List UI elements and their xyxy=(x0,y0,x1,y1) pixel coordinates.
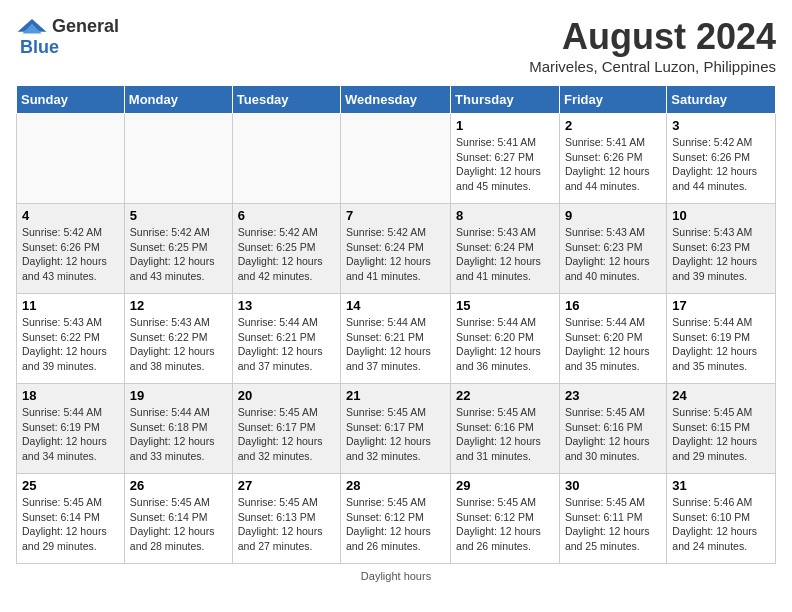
day-number: 8 xyxy=(456,208,554,223)
day-number: 31 xyxy=(672,478,770,493)
calendar-cell: 24Sunrise: 5:45 AM Sunset: 6:15 PM Dayli… xyxy=(667,384,776,474)
day-number: 22 xyxy=(456,388,554,403)
day-number: 23 xyxy=(565,388,661,403)
calendar-cell: 21Sunrise: 5:45 AM Sunset: 6:17 PM Dayli… xyxy=(341,384,451,474)
calendar-cell: 29Sunrise: 5:45 AM Sunset: 6:12 PM Dayli… xyxy=(451,474,560,564)
logo-icon xyxy=(16,17,48,37)
header: General Blue August 2024 Mariveles, Cent… xyxy=(16,16,776,75)
calendar-cell: 11Sunrise: 5:43 AM Sunset: 6:22 PM Dayli… xyxy=(17,294,125,384)
day-number: 5 xyxy=(130,208,227,223)
day-number: 6 xyxy=(238,208,335,223)
day-info: Sunrise: 5:44 AM Sunset: 6:21 PM Dayligh… xyxy=(346,315,445,374)
day-info: Sunrise: 5:45 AM Sunset: 6:14 PM Dayligh… xyxy=(22,495,119,554)
day-number: 10 xyxy=(672,208,770,223)
day-info: Sunrise: 5:44 AM Sunset: 6:18 PM Dayligh… xyxy=(130,405,227,464)
week-row-4: 18Sunrise: 5:44 AM Sunset: 6:19 PM Dayli… xyxy=(17,384,776,474)
day-header-sunday: Sunday xyxy=(17,86,125,114)
day-number: 14 xyxy=(346,298,445,313)
day-number: 15 xyxy=(456,298,554,313)
day-info: Sunrise: 5:45 AM Sunset: 6:13 PM Dayligh… xyxy=(238,495,335,554)
day-number: 27 xyxy=(238,478,335,493)
day-number: 21 xyxy=(346,388,445,403)
calendar-cell: 27Sunrise: 5:45 AM Sunset: 6:13 PM Dayli… xyxy=(232,474,340,564)
calendar-cell: 22Sunrise: 5:45 AM Sunset: 6:16 PM Dayli… xyxy=(451,384,560,474)
calendar-cell: 31Sunrise: 5:46 AM Sunset: 6:10 PM Dayli… xyxy=(667,474,776,564)
logo-text-general: General xyxy=(52,16,119,37)
calendar-cell xyxy=(232,114,340,204)
calendar-cell xyxy=(17,114,125,204)
day-number: 2 xyxy=(565,118,661,133)
day-info: Sunrise: 5:44 AM Sunset: 6:20 PM Dayligh… xyxy=(456,315,554,374)
page-title: August 2024 xyxy=(529,16,776,58)
day-number: 29 xyxy=(456,478,554,493)
day-info: Sunrise: 5:43 AM Sunset: 6:23 PM Dayligh… xyxy=(565,225,661,284)
calendar-cell: 30Sunrise: 5:45 AM Sunset: 6:11 PM Dayli… xyxy=(559,474,666,564)
calendar-cell: 6Sunrise: 5:42 AM Sunset: 6:25 PM Daylig… xyxy=(232,204,340,294)
week-row-3: 11Sunrise: 5:43 AM Sunset: 6:22 PM Dayli… xyxy=(17,294,776,384)
calendar-cell: 18Sunrise: 5:44 AM Sunset: 6:19 PM Dayli… xyxy=(17,384,125,474)
day-number: 7 xyxy=(346,208,445,223)
footer-note: Daylight hours xyxy=(16,570,776,582)
day-number: 16 xyxy=(565,298,661,313)
day-number: 18 xyxy=(22,388,119,403)
calendar-cell: 20Sunrise: 5:45 AM Sunset: 6:17 PM Dayli… xyxy=(232,384,340,474)
day-number: 17 xyxy=(672,298,770,313)
day-number: 1 xyxy=(456,118,554,133)
day-number: 30 xyxy=(565,478,661,493)
calendar-cell: 17Sunrise: 5:44 AM Sunset: 6:19 PM Dayli… xyxy=(667,294,776,384)
day-info: Sunrise: 5:44 AM Sunset: 6:20 PM Dayligh… xyxy=(565,315,661,374)
header-row: SundayMondayTuesdayWednesdayThursdayFrid… xyxy=(17,86,776,114)
day-number: 26 xyxy=(130,478,227,493)
calendar-cell: 9Sunrise: 5:43 AM Sunset: 6:23 PM Daylig… xyxy=(559,204,666,294)
day-info: Sunrise: 5:43 AM Sunset: 6:23 PM Dayligh… xyxy=(672,225,770,284)
day-number: 9 xyxy=(565,208,661,223)
calendar-cell: 10Sunrise: 5:43 AM Sunset: 6:23 PM Dayli… xyxy=(667,204,776,294)
day-number: 4 xyxy=(22,208,119,223)
day-info: Sunrise: 5:46 AM Sunset: 6:10 PM Dayligh… xyxy=(672,495,770,554)
day-number: 13 xyxy=(238,298,335,313)
calendar-table: SundayMondayTuesdayWednesdayThursdayFrid… xyxy=(16,85,776,564)
calendar-cell: 14Sunrise: 5:44 AM Sunset: 6:21 PM Dayli… xyxy=(341,294,451,384)
day-info: Sunrise: 5:45 AM Sunset: 6:15 PM Dayligh… xyxy=(672,405,770,464)
day-number: 3 xyxy=(672,118,770,133)
day-header-wednesday: Wednesday xyxy=(341,86,451,114)
day-info: Sunrise: 5:45 AM Sunset: 6:14 PM Dayligh… xyxy=(130,495,227,554)
week-row-5: 25Sunrise: 5:45 AM Sunset: 6:14 PM Dayli… xyxy=(17,474,776,564)
calendar-cell: 23Sunrise: 5:45 AM Sunset: 6:16 PM Dayli… xyxy=(559,384,666,474)
day-info: Sunrise: 5:43 AM Sunset: 6:24 PM Dayligh… xyxy=(456,225,554,284)
day-info: Sunrise: 5:45 AM Sunset: 6:12 PM Dayligh… xyxy=(456,495,554,554)
day-info: Sunrise: 5:44 AM Sunset: 6:19 PM Dayligh… xyxy=(672,315,770,374)
day-number: 19 xyxy=(130,388,227,403)
calendar-cell: 13Sunrise: 5:44 AM Sunset: 6:21 PM Dayli… xyxy=(232,294,340,384)
day-header-saturday: Saturday xyxy=(667,86,776,114)
day-info: Sunrise: 5:45 AM Sunset: 6:17 PM Dayligh… xyxy=(238,405,335,464)
day-number: 12 xyxy=(130,298,227,313)
calendar-cell: 7Sunrise: 5:42 AM Sunset: 6:24 PM Daylig… xyxy=(341,204,451,294)
day-info: Sunrise: 5:45 AM Sunset: 6:17 PM Dayligh… xyxy=(346,405,445,464)
calendar-cell: 12Sunrise: 5:43 AM Sunset: 6:22 PM Dayli… xyxy=(124,294,232,384)
calendar-cell: 5Sunrise: 5:42 AM Sunset: 6:25 PM Daylig… xyxy=(124,204,232,294)
day-info: Sunrise: 5:45 AM Sunset: 6:12 PM Dayligh… xyxy=(346,495,445,554)
day-number: 11 xyxy=(22,298,119,313)
calendar-cell: 19Sunrise: 5:44 AM Sunset: 6:18 PM Dayli… xyxy=(124,384,232,474)
day-info: Sunrise: 5:42 AM Sunset: 6:24 PM Dayligh… xyxy=(346,225,445,284)
title-area: August 2024 Mariveles, Central Luzon, Ph… xyxy=(529,16,776,75)
logo-text-blue: Blue xyxy=(20,37,59,58)
day-info: Sunrise: 5:42 AM Sunset: 6:26 PM Dayligh… xyxy=(672,135,770,194)
calendar-cell: 26Sunrise: 5:45 AM Sunset: 6:14 PM Dayli… xyxy=(124,474,232,564)
calendar-cell: 8Sunrise: 5:43 AM Sunset: 6:24 PM Daylig… xyxy=(451,204,560,294)
calendar-cell: 25Sunrise: 5:45 AM Sunset: 6:14 PM Dayli… xyxy=(17,474,125,564)
day-header-monday: Monday xyxy=(124,86,232,114)
day-info: Sunrise: 5:44 AM Sunset: 6:21 PM Dayligh… xyxy=(238,315,335,374)
day-header-tuesday: Tuesday xyxy=(232,86,340,114)
logo: General Blue xyxy=(16,16,119,58)
day-header-thursday: Thursday xyxy=(451,86,560,114)
day-info: Sunrise: 5:41 AM Sunset: 6:27 PM Dayligh… xyxy=(456,135,554,194)
day-info: Sunrise: 5:44 AM Sunset: 6:19 PM Dayligh… xyxy=(22,405,119,464)
calendar-cell: 28Sunrise: 5:45 AM Sunset: 6:12 PM Dayli… xyxy=(341,474,451,564)
day-number: 28 xyxy=(346,478,445,493)
calendar-cell: 4Sunrise: 5:42 AM Sunset: 6:26 PM Daylig… xyxy=(17,204,125,294)
day-info: Sunrise: 5:43 AM Sunset: 6:22 PM Dayligh… xyxy=(130,315,227,374)
calendar-cell: 3Sunrise: 5:42 AM Sunset: 6:26 PM Daylig… xyxy=(667,114,776,204)
day-info: Sunrise: 5:45 AM Sunset: 6:11 PM Dayligh… xyxy=(565,495,661,554)
